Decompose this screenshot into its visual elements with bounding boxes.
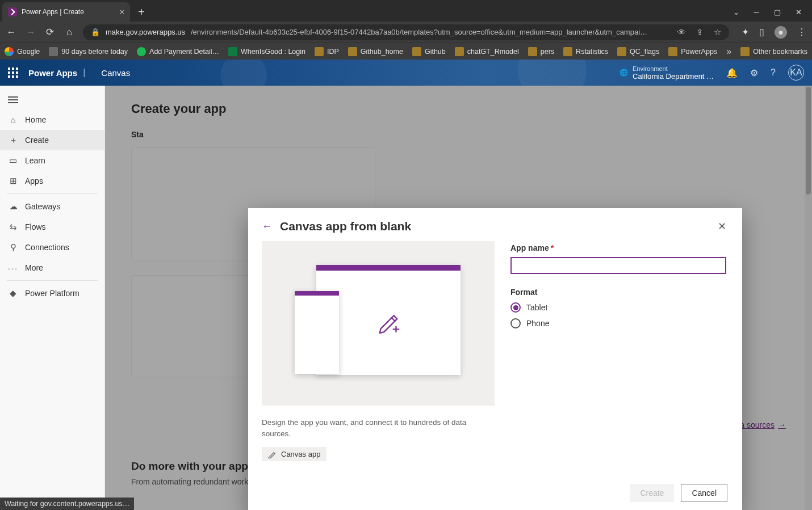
forward-icon: → [25, 27, 36, 38]
hamburger-icon[interactable] [0, 90, 104, 109]
puzzle-icon[interactable]: ✦ [742, 27, 749, 37]
close-window-icon[interactable]: ✕ [796, 8, 802, 16]
bookmark-github-home[interactable]: Github_home [348, 47, 403, 56]
bookmark-google[interactable]: Google [5, 47, 40, 56]
environment-label: Environment [633, 65, 714, 72]
nav-power-platform[interactable]: ◆Power Platform [0, 283, 104, 304]
home-icon: ⌂ [8, 115, 18, 125]
separator: | [83, 68, 85, 78]
maximize-icon[interactable]: ▢ [774, 8, 781, 16]
nav-connections[interactable]: ⚲Connections [0, 237, 104, 258]
app-launcher-icon[interactable] [8, 68, 18, 78]
panel-icon[interactable]: ▯ [759, 27, 764, 37]
powerapps-favicon-icon [8, 7, 17, 16]
bookmark-idp[interactable]: IDP [315, 47, 339, 56]
left-nav: ⌂Home ＋Create ▭Learn ⊞Apps ☁Gateways ⇆Fl… [0, 86, 105, 510]
bookmark-icon [49, 47, 58, 56]
format-option-phone[interactable]: Phone [510, 318, 726, 328]
flow-icon: ⇆ [8, 222, 18, 232]
browser-chrome: Power Apps | Create × + ⌄ ─ ▢ ✕ ← → ⟳ ⌂ … [0, 0, 812, 60]
profile-icon[interactable]: ● [775, 26, 787, 39]
platform-icon: ◆ [8, 288, 18, 298]
modal-title: Canvas app from blank [280, 220, 411, 233]
bookmarks-overflow-icon[interactable]: » [726, 47, 731, 57]
star-icon[interactable]: ☆ [714, 27, 721, 37]
bookmark-90days[interactable]: 90 days before today [49, 47, 128, 56]
bookmark-pers[interactable]: pers [528, 47, 554, 56]
extensions: ✦ ▯ ● ⋮ [742, 26, 806, 39]
home-icon[interactable]: ⌂ [64, 27, 75, 38]
app-name-input[interactable] [510, 257, 726, 274]
more-icon: ··· [8, 263, 18, 273]
share-icon[interactable]: ⇪ [696, 27, 704, 37]
format-label: Format [510, 288, 726, 297]
bookmark-powerapps[interactable]: PowerApps [668, 47, 717, 56]
environment-picker[interactable]: 🌐 Environment California Department … [620, 65, 714, 81]
book-icon: ▭ [8, 155, 18, 166]
nav-divider [7, 193, 98, 194]
bookmark-chatgt[interactable]: chatGT_Rmodel [455, 47, 519, 56]
app-header: Power Apps | Canvas 🌐 Environment Califo… [0, 60, 812, 86]
create-button[interactable]: Create [630, 484, 674, 502]
main-content: Create your app Sta More data sources→ D… [105, 86, 812, 510]
nav-more[interactable]: ···More [0, 258, 104, 278]
plus-icon: ＋ [8, 135, 18, 145]
back-icon[interactable]: ← [262, 221, 272, 233]
close-tab-icon[interactable]: × [120, 7, 124, 16]
app-name-label: App name* [510, 243, 726, 252]
chevron-down-icon[interactable]: ⌄ [733, 8, 739, 16]
new-tab-button[interactable]: + [138, 2, 145, 22]
reload-icon[interactable]: ⟳ [44, 26, 56, 38]
toolbar: ← → ⟳ ⌂ 🔒 make.gov.powerapps.us/environm… [0, 22, 812, 43]
bookmark-whenisgood[interactable]: WhenIsGood : Login [228, 47, 305, 56]
address-actions: 👁 ⇪ ☆ [677, 27, 721, 37]
other-bookmarks[interactable]: Other bookmarks [740, 47, 807, 56]
bookmark-qcflags[interactable]: QC_flags [617, 47, 659, 56]
nav-flows[interactable]: ⇆Flows [0, 217, 104, 237]
format-option-tablet[interactable]: Tablet [510, 302, 726, 313]
nav-apps[interactable]: ⊞Apps [0, 171, 104, 191]
eye-off-icon[interactable]: 👁 [677, 27, 686, 37]
environment-icon: 🌐 [620, 69, 628, 77]
pencil-icon [268, 450, 277, 458]
radio-icon [510, 302, 521, 313]
minimize-icon[interactable]: ─ [754, 8, 759, 16]
status-bar: Waiting for gov.content.powerapps.us… [0, 498, 134, 510]
phone-preview-icon [295, 291, 339, 374]
lock-icon: 🔒 [91, 28, 100, 36]
url-path: /environments/Default-4b633c25-efbf-4006… [191, 28, 647, 36]
nav-create[interactable]: ＋Create [0, 130, 104, 150]
plug-icon: ⚲ [8, 242, 18, 252]
bookmark-payment[interactable]: Add Payment Detail… [137, 47, 219, 56]
folder-icon [740, 47, 750, 56]
radio-icon [510, 318, 521, 328]
bell-icon[interactable]: 🔔 [726, 68, 738, 78]
canvas-app-modal: ← Canvas app from blank ✕ Design the app… [248, 208, 742, 510]
gear-icon[interactable]: ⚙ [750, 68, 758, 78]
nav-divider [7, 280, 98, 281]
bookmark-icon [137, 47, 146, 56]
folder-icon [668, 47, 677, 56]
app-shell: Power Apps | Canvas 🌐 Environment Califo… [0, 60, 812, 510]
avatar[interactable]: KA [788, 65, 804, 81]
kebab-icon[interactable]: ⋮ [797, 27, 806, 37]
nav-gateways[interactable]: ☁Gateways [0, 196, 104, 217]
folder-icon [412, 47, 421, 56]
bookmark-github[interactable]: Github [412, 47, 446, 56]
nav-learn[interactable]: ▭Learn [0, 150, 104, 171]
folder-icon [528, 47, 537, 56]
back-icon[interactable]: ← [6, 27, 17, 38]
nav-home[interactable]: ⌂Home [0, 109, 104, 130]
folder-icon [563, 47, 572, 56]
bookmark-rstats[interactable]: Rstatistics [563, 47, 608, 56]
folder-icon [617, 47, 626, 56]
close-icon[interactable]: ✕ [718, 220, 726, 233]
pencil-plus-icon [375, 308, 401, 336]
help-icon[interactable]: ? [771, 68, 776, 78]
folder-icon [348, 47, 357, 56]
window-controls: ⌄ ─ ▢ ✕ [733, 2, 812, 22]
browser-tab[interactable]: Power Apps | Create × [2, 2, 130, 22]
folder-icon [455, 47, 464, 56]
cancel-button[interactable]: Cancel [681, 484, 727, 502]
address-bar[interactable]: 🔒 make.gov.powerapps.us/environments/Def… [83, 24, 729, 40]
